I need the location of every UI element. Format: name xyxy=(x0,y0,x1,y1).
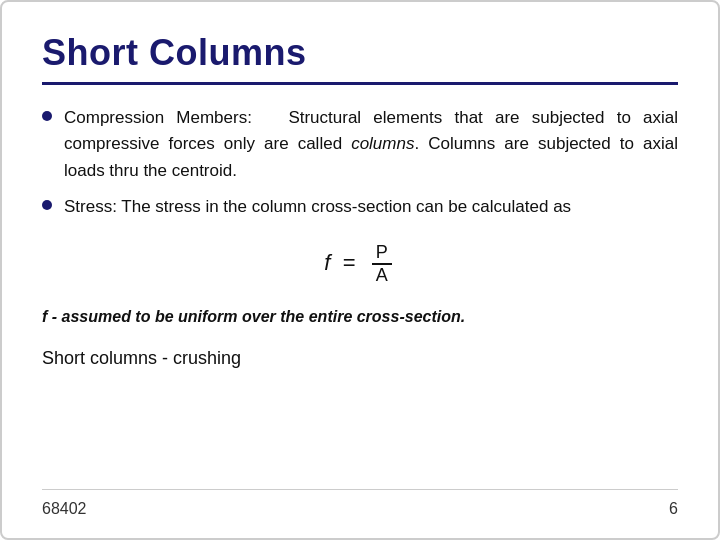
slide-content: Compression Members: Structural elements… xyxy=(42,105,678,489)
footer-number: 68402 xyxy=(42,500,87,518)
bullet-dot-1 xyxy=(42,111,52,121)
footer-page: 6 xyxy=(669,500,678,518)
subheading: Short columns - crushing xyxy=(42,348,678,369)
slide-footer: 68402 6 xyxy=(42,489,678,518)
bullet-text-1: Compression Members: Structural elements… xyxy=(64,105,678,184)
formula-note: f - assumed to be uniform over the entir… xyxy=(42,308,678,326)
bullet-text-2: Stress: The stress in the column cross-s… xyxy=(64,194,571,220)
formula-numerator: P xyxy=(372,242,392,265)
formula-section: f = P A xyxy=(42,242,678,286)
slide-title: Short Columns xyxy=(42,32,678,74)
bullet-section: Compression Members: Structural elements… xyxy=(42,105,678,220)
slide: Short Columns Compression Members: Struc… xyxy=(0,0,720,540)
formula: f = P A xyxy=(324,242,395,286)
title-bar: Short Columns xyxy=(42,32,678,85)
bullet-dot-2 xyxy=(42,200,52,210)
bullet-item-2: Stress: The stress in the column cross-s… xyxy=(42,194,678,220)
bullet-item-1: Compression Members: Structural elements… xyxy=(42,105,678,184)
formula-denominator: A xyxy=(372,265,392,286)
formula-fraction: P A xyxy=(372,242,392,286)
